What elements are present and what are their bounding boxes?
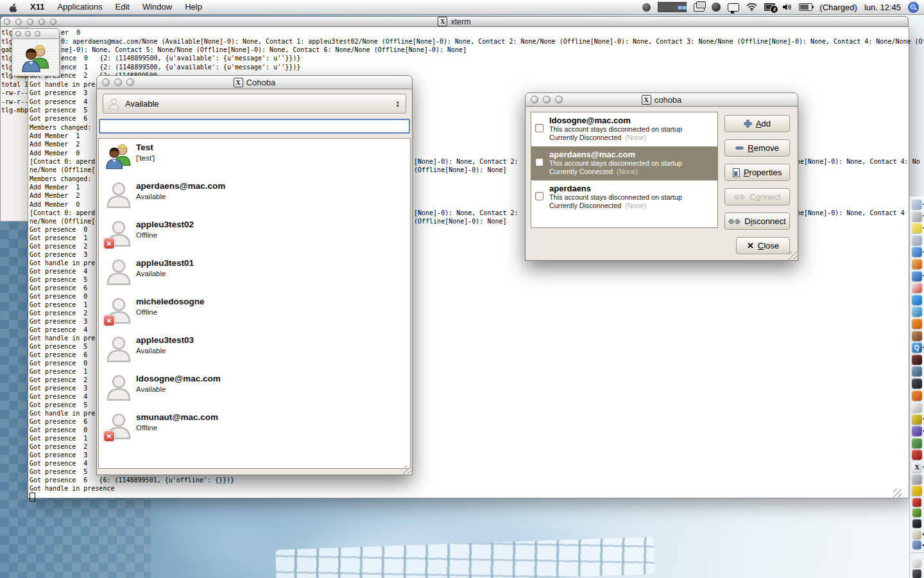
connect-on-startup-checkbox[interactable] bbox=[535, 192, 543, 200]
close-button[interactable] bbox=[531, 96, 538, 103]
volume-menu-icon[interactable] bbox=[782, 3, 792, 11]
dock-icon-documents[interactable] bbox=[912, 558, 921, 567]
accounts-titlebar[interactable]: cohoba bbox=[525, 92, 798, 107]
contact-row[interactable]: ldosogne@mac.com Available bbox=[99, 370, 410, 408]
dock-icon-green-tools[interactable] bbox=[912, 508, 921, 517]
minimize-button[interactable] bbox=[25, 31, 31, 37]
video-badge-count: 2 bbox=[770, 5, 778, 13]
close-button[interactable] bbox=[15, 31, 21, 37]
dock-icon-notes[interactable] bbox=[912, 530, 921, 539]
contact-row[interactable]: appleu3test01 Available bbox=[99, 254, 410, 293]
video-menu-icon[interactable]: 2 bbox=[764, 3, 775, 11]
contact-row[interactable]: smunaut@mac.com Offline bbox=[99, 408, 410, 447]
dock-icon-chalkboard[interactable] bbox=[912, 438, 922, 448]
window-controls bbox=[102, 78, 134, 86]
disconnect-button[interactable]: Disconnect bbox=[724, 213, 790, 230]
menu-item[interactable]: Help bbox=[178, 0, 209, 14]
minimize-button[interactable] bbox=[50, 19, 56, 25]
remove-button[interactable]: Remove bbox=[724, 139, 790, 157]
contact-row[interactable]: appleu3test03 Available bbox=[99, 331, 410, 370]
cohoba-resize-grip[interactable] bbox=[403, 466, 411, 474]
contact-row[interactable]: Test ['test'] bbox=[99, 139, 410, 177]
dock-icon-mail[interactable] bbox=[912, 235, 922, 245]
dock-icon-vlc[interactable] bbox=[912, 390, 922, 401]
battery-status-text[interactable]: (Charged) bbox=[819, 3, 857, 12]
minimize-button[interactable] bbox=[543, 96, 551, 103]
app-menu-extra-icon[interactable] bbox=[712, 3, 721, 12]
connect-button[interactable]: Connect bbox=[724, 188, 790, 206]
dock-icon-quicktime-old[interactable] bbox=[912, 319, 922, 329]
close-button[interactable] bbox=[4, 19, 10, 25]
x11-window-icon bbox=[642, 95, 651, 105]
dock-icon-gray-apple[interactable] bbox=[912, 211, 922, 222]
account-row[interactable]: aperdaens@mac.com This account stays dis… bbox=[531, 146, 717, 180]
xterm-resize-grip[interactable] bbox=[893, 489, 902, 497]
menu-item[interactable]: Edit bbox=[109, 0, 136, 14]
dock-icon-stickies[interactable] bbox=[912, 223, 922, 233]
close-button[interactable] bbox=[102, 78, 110, 86]
dock-icon-purple-sphere[interactable] bbox=[912, 426, 922, 436]
apple-menu[interactable] bbox=[5, 3, 24, 12]
dialog-resize-grip[interactable] bbox=[789, 251, 797, 259]
contact-row[interactable]: appleu3test02 Offline bbox=[99, 216, 410, 254]
dock-icon-ical[interactable] bbox=[912, 283, 922, 293]
connect-icon bbox=[733, 194, 746, 200]
dock-icon-ipod[interactable] bbox=[912, 402, 922, 412]
presence-dropdown[interactable]: Available bbox=[103, 94, 406, 114]
zoom-button[interactable] bbox=[35, 31, 40, 37]
dock-icon-rubber-duck[interactable] bbox=[912, 486, 922, 496]
dock-icon-calculator[interactable] bbox=[912, 474, 922, 484]
minimize-button[interactable] bbox=[114, 78, 122, 86]
connect-on-startup-checkbox[interactable] bbox=[535, 124, 543, 132]
dock-icon-photos[interactable] bbox=[912, 331, 922, 341]
dock-icon-growl-bell[interactable] bbox=[912, 498, 921, 507]
mini-titlebar[interactable] bbox=[12, 29, 59, 39]
dock-icon-quicktime[interactable]: Q bbox=[912, 342, 922, 353]
minimize-button[interactable] bbox=[15, 19, 22, 25]
menu-item[interactable]: X11 bbox=[24, 0, 51, 14]
account-row[interactable]: ldosogne@mac.com This account stays disc… bbox=[531, 112, 717, 146]
menu-item[interactable]: Window bbox=[136, 0, 178, 14]
dock-icon-firefox[interactable] bbox=[912, 259, 922, 269]
dock-icon-x11[interactable]: X bbox=[912, 462, 922, 472]
battery-icon[interactable] bbox=[799, 3, 812, 11]
close-button[interactable] bbox=[38, 19, 45, 25]
cohoba-icon-window[interactable] bbox=[12, 28, 60, 75]
camera-menu-extra-icon[interactable] bbox=[642, 3, 651, 12]
zoom-button[interactable] bbox=[27, 19, 33, 25]
dock-icon-trash[interactable] bbox=[912, 569, 921, 578]
wifi-menu-icon[interactable] bbox=[746, 3, 757, 11]
dock-icon-safari[interactable] bbox=[912, 247, 922, 257]
dock-icon-red-app[interactable] bbox=[912, 355, 922, 365]
zoom-button[interactable] bbox=[126, 78, 134, 86]
account-row[interactable]: aperdaens This account stays disconnecte… bbox=[531, 180, 717, 215]
add-button[interactable]: Add bbox=[724, 115, 790, 132]
dock-icon-itunes[interactable] bbox=[912, 306, 922, 317]
dock-icon-toolbox[interactable] bbox=[912, 450, 922, 460]
dock-divider[interactable] bbox=[911, 552, 924, 557]
zoom-button[interactable] bbox=[555, 96, 563, 103]
windows-menu-extra-icon[interactable] bbox=[694, 3, 705, 12]
cohoba-titlebar[interactable]: Cohoba bbox=[96, 75, 413, 89]
search-input[interactable] bbox=[100, 121, 409, 133]
spotlight-search-icon[interactable] bbox=[908, 2, 919, 13]
contact-row[interactable]: micheledosogne Offline bbox=[99, 293, 410, 331]
close-button[interactable]: Close bbox=[736, 237, 790, 254]
dock-icon-yellow-creature[interactable] bbox=[912, 414, 922, 425]
properties-button[interactable]: Properties bbox=[724, 164, 790, 181]
dock-icon-finder-doc[interactable] bbox=[912, 199, 922, 209]
menu-item[interactable]: Applications bbox=[51, 0, 108, 14]
dock-icon-blue-utility[interactable] bbox=[912, 540, 921, 549]
desktop-pager-icon[interactable] bbox=[658, 2, 687, 12]
displays-menu-icon[interactable] bbox=[728, 3, 739, 12]
menu-bar-clock[interactable]: lun. 12:45 bbox=[864, 3, 901, 12]
contact-status: Available bbox=[136, 385, 166, 393]
dock-icon-ichat[interactable] bbox=[912, 295, 922, 305]
dock-icon-terminal[interactable] bbox=[912, 378, 922, 389]
dock-icon-black-sphere[interactable] bbox=[912, 519, 921, 528]
dock-icon-monitor-blue[interactable] bbox=[912, 366, 922, 376]
connect-on-startup-checkbox[interactable] bbox=[535, 158, 543, 166]
contact-row[interactable]: aperdaens@mac.com Available bbox=[99, 177, 410, 216]
dock-icon-internet-globe[interactable] bbox=[912, 271, 922, 281]
xterm-titlebar[interactable]: xterm bbox=[0, 16, 909, 27]
